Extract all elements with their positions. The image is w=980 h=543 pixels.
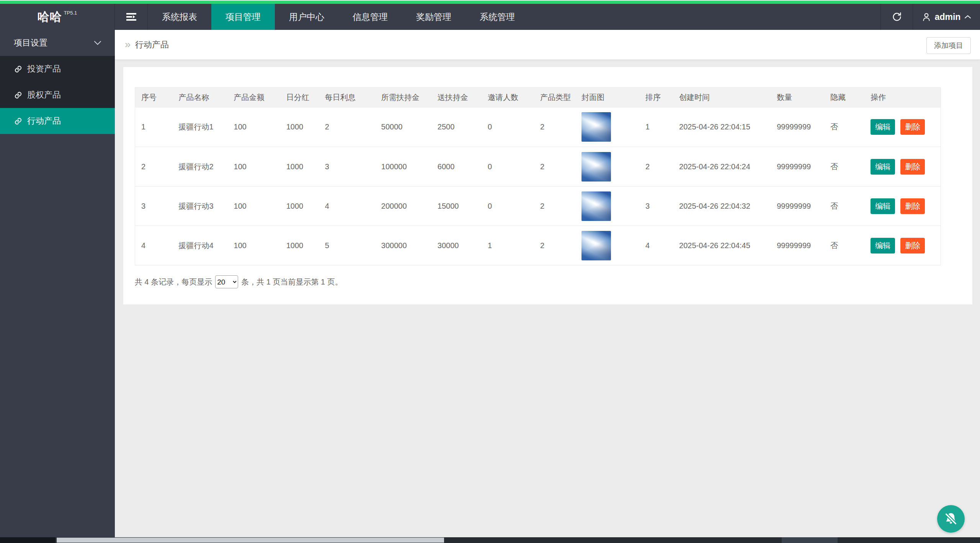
cell-invites: 0 (482, 147, 534, 186)
username: admin (935, 12, 961, 22)
column-header: 产品名称 (173, 88, 228, 108)
sidebar: 项目设置 投资产品股权产品行动产品 (0, 30, 115, 537)
top-nav-item[interactable]: 用户中心 (275, 4, 338, 30)
sidebar-collapse-button[interactable] (115, 4, 148, 30)
cell-dividend: 1000 (280, 226, 319, 265)
app-logo-text: 哈哈 (38, 9, 62, 25)
nav-spacer (529, 4, 880, 30)
sidebar-item[interactable]: 股权产品 (0, 82, 115, 108)
cell-amount: 100 (228, 226, 280, 265)
cell-seq: 2 (135, 147, 173, 186)
cell-actions: 编辑删除 (864, 226, 941, 265)
cell-actions: 编辑删除 (864, 147, 941, 186)
horizontal-scrollbar[interactable] (0, 537, 980, 543)
pagination: 共 4 条记录，每页显示 20 条，共 1 页当前显示第 1 页。 (135, 275, 961, 288)
cell-quantity: 99999999 (771, 147, 824, 186)
add-project-button[interactable]: 添加项目 (926, 37, 971, 54)
cell-invites: 0 (482, 108, 534, 147)
edit-button[interactable]: 编辑 (871, 238, 895, 254)
user-icon (921, 12, 931, 22)
cell-seq: 3 (135, 186, 173, 226)
breadcrumb-bar: » 行动产品 添加项目 (115, 30, 980, 60)
sidebar-item-label: 股权产品 (27, 89, 61, 101)
delete-button[interactable]: 删除 (900, 119, 925, 135)
product-cover-image (581, 191, 611, 221)
cell-support_gift: 2500 (431, 108, 482, 147)
cell-hidden: 否 (824, 186, 864, 226)
app-logo: 哈哈 TP5.1 (0, 4, 115, 30)
sidebar-item-label: 行动产品 (27, 115, 61, 127)
cell-interest: 5 (319, 226, 375, 265)
table-row: 3援疆行动310010004200000150000232025-04-26 2… (135, 186, 941, 226)
cell-name: 援疆行动2 (173, 147, 228, 186)
scrollbar-thumb[interactable] (57, 538, 444, 543)
top-nav-item[interactable]: 信息管理 (338, 4, 402, 30)
link-icon (14, 91, 22, 99)
column-header: 数量 (771, 88, 824, 108)
edit-button[interactable]: 编辑 (871, 159, 895, 175)
refresh-icon (892, 11, 902, 22)
products-table: 序号产品名称产品金额日分红每日利息所需扶持金送扶持金邀请人数产品类型封面图排序创… (135, 87, 941, 265)
cell-hidden: 否 (824, 226, 864, 265)
column-header: 每日利息 (319, 88, 375, 108)
cell-name: 援疆行动3 (173, 186, 228, 226)
column-header: 送扶持金 (431, 88, 482, 108)
delete-button[interactable]: 删除 (900, 198, 925, 214)
product-cover-image (581, 112, 611, 142)
column-header: 所需扶持金 (375, 88, 431, 108)
cell-actions: 编辑删除 (864, 108, 941, 147)
cell-cover (575, 186, 639, 226)
cell-created: 2025-04-26 22:04:15 (673, 108, 771, 147)
sidebar-group-project-settings[interactable]: 项目设置 (0, 30, 115, 56)
cell-quantity: 99999999 (771, 108, 824, 147)
column-header: 创建时间 (673, 88, 771, 108)
table-row: 1援疆行动1100100025000025000212025-04-26 22:… (135, 108, 941, 147)
breadcrumb-separator-icon: » (125, 39, 131, 50)
cell-amount: 100 (228, 186, 280, 226)
top-nav-item[interactable]: 系统报表 (148, 4, 211, 30)
delete-button[interactable]: 删除 (900, 159, 925, 175)
cell-quantity: 99999999 (771, 226, 824, 265)
delete-button[interactable]: 删除 (900, 238, 925, 254)
edit-button[interactable]: 编辑 (871, 198, 895, 214)
pagination-suffix: 条，共 1 页当前显示第 1 页。 (241, 277, 342, 287)
top-navbar: 哈哈 TP5.1 系统报表项目管理用户中心信息管理奖励管理系统管理 (0, 4, 980, 30)
cell-cover (575, 226, 639, 265)
sidebar-item[interactable]: 行动产品 (0, 108, 115, 134)
cell-actions: 编辑删除 (864, 186, 941, 226)
sidebar-item[interactable]: 投资产品 (0, 56, 115, 82)
table-row: 2援疆行动21001000310000060000222025-04-26 22… (135, 147, 941, 186)
cell-created: 2025-04-26 22:04:45 (673, 226, 771, 265)
cell-support_gift: 6000 (431, 147, 482, 186)
scrollbar-segment (782, 537, 838, 543)
notification-fab-button[interactable] (937, 505, 965, 533)
link-icon (14, 117, 22, 125)
top-nav-item[interactable]: 奖励管理 (402, 4, 466, 30)
user-menu[interactable]: admin (913, 4, 980, 30)
cell-seq: 1 (135, 108, 173, 147)
page-size-select[interactable]: 20 (215, 275, 238, 288)
chevron-down-icon (93, 40, 102, 46)
cell-sort: 3 (639, 186, 673, 226)
cell-support_gift: 30000 (431, 226, 482, 265)
cell-name: 援疆行动4 (173, 226, 228, 265)
cell-support_gift: 15000 (431, 186, 482, 226)
product-cover-image (581, 231, 611, 260)
edit-button[interactable]: 编辑 (871, 119, 895, 135)
cell-cover (575, 147, 639, 186)
scrollbar-left-cap (0, 537, 55, 543)
cell-amount: 100 (228, 108, 280, 147)
cell-invites: 1 (482, 226, 534, 265)
top-nav-items: 系统报表项目管理用户中心信息管理奖励管理系统管理 (148, 4, 529, 30)
cell-cover (575, 108, 639, 147)
cell-type: 2 (534, 186, 575, 226)
top-nav-item[interactable]: 系统管理 (466, 4, 529, 30)
hamburger-icon (126, 12, 137, 21)
cell-type: 2 (534, 226, 575, 265)
column-header: 邀请人数 (482, 88, 534, 108)
refresh-button[interactable] (880, 4, 913, 30)
cell-type: 2 (534, 108, 575, 147)
top-nav-item[interactable]: 项目管理 (211, 4, 275, 30)
column-header: 产品类型 (534, 88, 575, 108)
cell-support_required: 200000 (375, 186, 431, 226)
